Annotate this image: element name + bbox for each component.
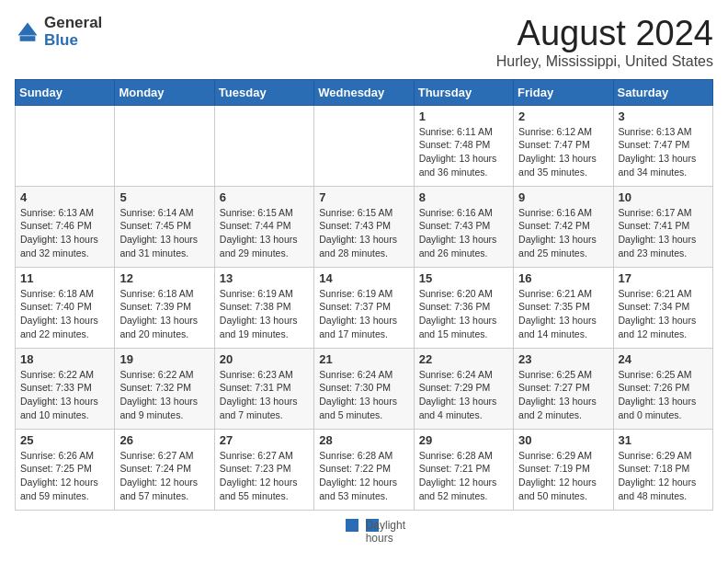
day-number: 22: [419, 352, 508, 366]
calendar-cell: 23Sunrise: 6:25 AMSunset: 7:27 PMDayligh…: [514, 348, 613, 429]
cell-info: Sunrise: 6:21 AMSunset: 7:35 PMDaylight:…: [518, 287, 608, 341]
day-number: 29: [419, 433, 508, 447]
calendar-cell: 10Sunrise: 6:17 AMSunset: 7:41 PMDayligh…: [613, 186, 712, 267]
day-number: 19: [119, 352, 209, 366]
daylight-label: Daylight hours: [366, 519, 379, 532]
calendar-cell: [115, 105, 214, 186]
calendar-cell: 6Sunrise: 6:15 AMSunset: 7:44 PMDaylight…: [214, 186, 313, 267]
page-header: General Blue August 2024 Hurley, Mississ…: [15, 15, 713, 70]
calendar-cell: 27Sunrise: 6:27 AMSunset: 7:23 PMDayligh…: [214, 429, 313, 510]
week-row-1: 1Sunrise: 6:11 AMSunset: 7:48 PMDaylight…: [16, 105, 713, 186]
weekday-thursday: Thursday: [414, 79, 513, 105]
calendar-cell: 11Sunrise: 6:18 AMSunset: 7:40 PMDayligh…: [16, 267, 115, 348]
cell-info: Sunrise: 6:15 AMSunset: 7:43 PMDaylight:…: [319, 206, 408, 260]
day-number: 24: [619, 352, 708, 366]
cell-info: Sunrise: 6:24 AMSunset: 7:29 PMDaylight:…: [419, 368, 508, 422]
cell-info: Sunrise: 6:18 AMSunset: 7:39 PMDaylight:…: [119, 287, 209, 341]
day-number: 15: [419, 271, 508, 285]
calendar-cell: 12Sunrise: 6:18 AMSunset: 7:39 PMDayligh…: [115, 267, 214, 348]
calendar-cell: 8Sunrise: 6:16 AMSunset: 7:43 PMDaylight…: [414, 186, 513, 267]
svg-rect-1: [20, 36, 36, 41]
calendar-header: SundayMondayTuesdayWednesdayThursdayFrid…: [16, 79, 713, 105]
weekday-friday: Friday: [514, 79, 613, 105]
calendar-cell: 16Sunrise: 6:21 AMSunset: 7:35 PMDayligh…: [514, 267, 613, 348]
weekday-wednesday: Wednesday: [314, 79, 414, 105]
weekday-header-row: SundayMondayTuesdayWednesdayThursdayFrid…: [16, 79, 713, 105]
day-number: 16: [518, 271, 608, 285]
logo-blue: Blue: [44, 32, 102, 50]
day-number: 7: [319, 190, 408, 204]
day-number: 13: [220, 271, 309, 285]
cell-info: Sunrise: 6:21 AMSunset: 7:34 PMDaylight:…: [619, 287, 708, 341]
cell-info: Sunrise: 6:16 AMSunset: 7:42 PMDaylight:…: [518, 206, 608, 260]
day-number: 23: [518, 352, 608, 366]
daylight-icon: [346, 519, 358, 532]
calendar-cell: 3Sunrise: 6:13 AMSunset: 7:47 PMDaylight…: [613, 105, 712, 186]
week-row-2: 4Sunrise: 6:13 AMSunset: 7:46 PMDaylight…: [16, 186, 713, 267]
calendar-cell: 18Sunrise: 6:22 AMSunset: 7:33 PMDayligh…: [16, 348, 115, 429]
day-number: 2: [518, 109, 608, 123]
calendar-cell: 19Sunrise: 6:22 AMSunset: 7:32 PMDayligh…: [115, 348, 214, 429]
cell-info: Sunrise: 6:16 AMSunset: 7:43 PMDaylight:…: [419, 206, 508, 260]
weekday-saturday: Saturday: [613, 79, 712, 105]
day-number: 27: [220, 433, 309, 447]
calendar-cell: 26Sunrise: 6:27 AMSunset: 7:24 PMDayligh…: [115, 429, 214, 510]
calendar-cell: 28Sunrise: 6:28 AMSunset: 7:22 PMDayligh…: [314, 429, 414, 510]
day-number: 6: [220, 190, 309, 204]
logo-icon: [15, 19, 40, 45]
main-title: August 2024: [496, 15, 713, 53]
week-row-4: 18Sunrise: 6:22 AMSunset: 7:33 PMDayligh…: [16, 348, 713, 429]
calendar-cell: 30Sunrise: 6:29 AMSunset: 7:19 PMDayligh…: [514, 429, 613, 510]
calendar-cell: 20Sunrise: 6:23 AMSunset: 7:31 PMDayligh…: [214, 348, 313, 429]
day-number: 30: [518, 433, 608, 447]
cell-info: Sunrise: 6:20 AMSunset: 7:36 PMDaylight:…: [419, 287, 508, 341]
day-number: 17: [619, 271, 708, 285]
calendar-cell: [214, 105, 313, 186]
day-number: 14: [319, 271, 408, 285]
cell-info: Sunrise: 6:11 AMSunset: 7:48 PMDaylight:…: [419, 125, 508, 179]
calendar-cell: 22Sunrise: 6:24 AMSunset: 7:29 PMDayligh…: [414, 348, 513, 429]
cell-info: Sunrise: 6:25 AMSunset: 7:26 PMDaylight:…: [619, 368, 708, 422]
cell-info: Sunrise: 6:13 AMSunset: 7:47 PMDaylight:…: [619, 125, 708, 179]
cell-info: Sunrise: 6:18 AMSunset: 7:40 PMDaylight:…: [20, 287, 109, 341]
title-section: August 2024 Hurley, Mississippi, United …: [496, 15, 713, 70]
logo-general: General: [44, 15, 102, 32]
cell-info: Sunrise: 6:25 AMSunset: 7:27 PMDaylight:…: [518, 368, 608, 422]
day-number: 10: [619, 190, 708, 204]
day-number: 20: [220, 352, 309, 366]
calendar-cell: 2Sunrise: 6:12 AMSunset: 7:47 PMDaylight…: [514, 105, 613, 186]
cell-info: Sunrise: 6:22 AMSunset: 7:32 PMDaylight:…: [119, 368, 209, 422]
calendar-cell: 24Sunrise: 6:25 AMSunset: 7:26 PMDayligh…: [613, 348, 712, 429]
week-row-5: 25Sunrise: 6:26 AMSunset: 7:25 PMDayligh…: [16, 429, 713, 510]
day-number: 18: [20, 352, 109, 366]
cell-info: Sunrise: 6:19 AMSunset: 7:37 PMDaylight:…: [319, 287, 408, 341]
logo: General Blue: [15, 15, 102, 49]
cell-info: Sunrise: 6:15 AMSunset: 7:44 PMDaylight:…: [220, 206, 309, 260]
cell-info: Sunrise: 6:27 AMSunset: 7:24 PMDaylight:…: [119, 449, 209, 503]
day-number: 1: [419, 109, 508, 123]
day-number: 9: [518, 190, 608, 204]
weekday-tuesday: Tuesday: [214, 79, 313, 105]
calendar-cell: 7Sunrise: 6:15 AMSunset: 7:43 PMDaylight…: [314, 186, 414, 267]
calendar-cell: [16, 105, 115, 186]
cell-info: Sunrise: 6:12 AMSunset: 7:47 PMDaylight:…: [518, 125, 608, 179]
weekday-monday: Monday: [115, 79, 214, 105]
cell-info: Sunrise: 6:22 AMSunset: 7:33 PMDaylight:…: [20, 368, 109, 422]
day-number: 28: [319, 433, 408, 447]
day-number: 11: [20, 271, 109, 285]
day-number: 3: [619, 109, 708, 123]
calendar-cell: 25Sunrise: 6:26 AMSunset: 7:25 PMDayligh…: [16, 429, 115, 510]
day-number: 21: [319, 352, 408, 366]
calendar-cell: 4Sunrise: 6:13 AMSunset: 7:46 PMDaylight…: [16, 186, 115, 267]
calendar-cell: 9Sunrise: 6:16 AMSunset: 7:42 PMDaylight…: [514, 186, 613, 267]
calendar-cell: 31Sunrise: 6:29 AMSunset: 7:18 PMDayligh…: [613, 429, 712, 510]
calendar-cell: 17Sunrise: 6:21 AMSunset: 7:34 PMDayligh…: [613, 267, 712, 348]
cell-info: Sunrise: 6:27 AMSunset: 7:23 PMDaylight:…: [220, 449, 309, 503]
day-number: 25: [20, 433, 109, 447]
weekday-sunday: Sunday: [16, 79, 115, 105]
cell-info: Sunrise: 6:29 AMSunset: 7:18 PMDaylight:…: [619, 449, 708, 503]
cell-info: Sunrise: 6:24 AMSunset: 7:30 PMDaylight:…: [319, 368, 408, 422]
cell-info: Sunrise: 6:28 AMSunset: 7:22 PMDaylight:…: [319, 449, 408, 503]
calendar-body: 1Sunrise: 6:11 AMSunset: 7:48 PMDaylight…: [16, 105, 713, 510]
calendar-cell: 15Sunrise: 6:20 AMSunset: 7:36 PMDayligh…: [414, 267, 513, 348]
